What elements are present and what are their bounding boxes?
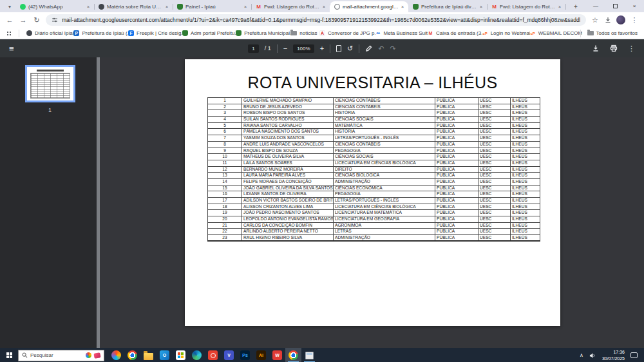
bookmark-label: Prefeitura Municipal...	[244, 30, 294, 36]
pdf-menu-icon[interactable]: ≡	[9, 44, 14, 53]
address-bar[interactable]: mail-attachment.googleusercontent.com/at…	[46, 14, 586, 26]
bookmark-item[interactable]: Diário oficial Ipiaú	[26, 30, 66, 36]
undo-icon[interactable]: ↶	[378, 44, 384, 53]
notifications-icon[interactable]	[630, 352, 638, 358]
zoom-in-button[interactable]: +	[320, 44, 324, 52]
clock[interactable]: 17:36 30/07/2025	[602, 349, 625, 361]
document-viewport[interactable]: ROTA UNIVERSITARIA – ILHÉUS 1GUILHERME M…	[100, 57, 644, 348]
taskbar-app-chrome[interactable]	[285, 348, 301, 362]
taskbar-app-copilot[interactable]	[108, 348, 124, 362]
downloads-icon[interactable]	[604, 16, 612, 24]
taskbar-app-edge[interactable]	[189, 348, 205, 362]
taskbar-app-chrome[interactable]	[124, 348, 140, 362]
table-cell: PÂMELA NASCIMENTO DOS SANTOS	[242, 129, 334, 135]
table-cell: ROBSON BISPO DOS SANTOS	[242, 110, 334, 117]
illustrator-icon: Ai	[256, 350, 266, 360]
back-button[interactable]: ←	[5, 16, 14, 24]
taskbar-app-photoshop[interactable]: Ps	[237, 348, 253, 362]
reload-button[interactable]: ↻	[32, 16, 41, 24]
table-row: 7YASMIM SOUZA DOS SANTOSLETRAS/PORTUGUÊS…	[208, 135, 540, 142]
browser-tab[interactable]: (42) WhatsApp×	[15, 1, 94, 12]
table-cell: PÚBLICA	[435, 178, 478, 185]
bookmark-item[interactable]: Prefeitura Municipal...	[236, 30, 283, 36]
tab-search-icon[interactable]: ▾	[4, 1, 15, 12]
page-number-input[interactable]: 1	[248, 44, 258, 53]
bookmark-item[interactable]: FFreepik | Crie desig...	[128, 30, 175, 36]
browser-tab[interactable]: Prefeitura de Ipiaú divulga list×	[408, 1, 487, 12]
search-rewards-icon[interactable]	[93, 352, 100, 359]
table-cell: ILHEÚS	[511, 135, 540, 142]
bookmark-star-icon[interactable]: ☆	[591, 16, 600, 24]
site-info-icon[interactable]	[52, 17, 58, 23]
apps-grid-icon[interactable]	[6, 31, 12, 36]
bookmark-label: Login no Webmail	[491, 30, 532, 36]
bookmark-item[interactable]: Adm portal Prefeitu...	[182, 30, 229, 36]
all-bookmarks-button[interactable]: Todos os favoritos	[587, 30, 638, 36]
redo-icon[interactable]: ↷	[390, 44, 396, 53]
table-cell: CIENCIAS CONTABEIS	[334, 104, 435, 110]
close-tab-icon[interactable]: ×	[401, 5, 404, 9]
zoom-level-input[interactable]: 100%	[293, 44, 314, 53]
close-tab-icon[interactable]: ×	[87, 5, 90, 9]
forward-button[interactable]: →	[19, 16, 28, 24]
pdf-more-icon[interactable]: ⋮	[628, 44, 635, 53]
table-row: 11LÁILA SANTOS SOARESLICECIATURA EM CIÊN…	[208, 160, 540, 166]
table-cell: 3	[208, 110, 242, 117]
taskbar-search-input[interactable]: Pesquisar	[18, 350, 104, 361]
browser-tab[interactable]: Matéria sobre Rota Universitár×	[94, 1, 173, 12]
bookmark-item[interactable]: cPLogin no Webmail	[482, 30, 523, 36]
taskbar-app-store[interactable]	[173, 348, 189, 362]
table-cell: 4	[208, 117, 242, 123]
taskbar-app-wps[interactable]: W	[269, 348, 285, 362]
profile-avatar[interactable]	[616, 15, 625, 24]
bookmark-item[interactable]: noticias	[290, 30, 312, 36]
close-tab-icon[interactable]: ×	[166, 5, 168, 9]
copilot-icon	[111, 350, 121, 360]
table-cell: ANDRÉ LUIS ANDRADE VASCONCELOS	[242, 141, 334, 148]
close-tab-icon[interactable]: ×	[480, 5, 482, 9]
close-window-button[interactable]: ×	[625, 0, 644, 12]
table-cell: ADILSON VICTOR BASTOS SOEIRO DE BRITO LI…	[242, 198, 334, 204]
download-icon[interactable]	[592, 44, 600, 52]
bookmark-label: noticias	[299, 30, 317, 36]
print-icon[interactable]	[610, 44, 618, 52]
maximize-button[interactable]	[605, 0, 625, 12]
taskbar-app-photos[interactable]	[205, 348, 221, 362]
start-button[interactable]	[0, 348, 18, 362]
bookmark-label: Conversor de JPG p...	[328, 30, 379, 36]
zoom-out-button[interactable]: −	[283, 44, 287, 52]
taskbar-app-vapp[interactable]: V	[221, 348, 237, 362]
browser-tab[interactable]: MFwd: Listagem do Rota Univers×	[251, 1, 330, 12]
taskbar-app-illustrator[interactable]: Ai	[253, 348, 269, 362]
close-tab-icon[interactable]: ×	[244, 5, 247, 9]
table-cell: 2	[208, 104, 242, 110]
close-tab-icon[interactable]: ×	[323, 5, 325, 9]
browser-tab[interactable]: mail-attachment.googleuserco×	[330, 1, 408, 12]
taskbar-app-viewer[interactable]	[301, 348, 317, 362]
bookmark-item[interactable]: AConversor de JPG p...	[319, 30, 368, 36]
tray-chevron-icon[interactable]: ∧	[580, 352, 583, 358]
fit-page-icon[interactable]	[336, 45, 341, 52]
taskbar-app-outlook[interactable]: O	[156, 348, 173, 362]
browser-tab[interactable]: Painel - Ipiaú×	[173, 1, 251, 12]
search-highlights-icon[interactable]	[86, 352, 91, 358]
bookmark-item[interactable]: PPrefeitura de Ipiaú (...	[73, 30, 121, 36]
minimize-button[interactable]: —	[586, 0, 605, 12]
annotate-pen-icon[interactable]	[365, 45, 372, 52]
close-tab-icon[interactable]: ×	[558, 5, 561, 9]
browser-tab[interactable]: MFwd: Listagem do Rota Univers×	[487, 1, 565, 12]
rotate-icon[interactable]: ↺	[347, 44, 353, 53]
new-tab-button[interactable]: +	[571, 1, 581, 12]
volume-icon[interactable]	[589, 352, 596, 359]
bookmark-label: Freepik | Crie desig...	[137, 30, 185, 36]
bookmark-item[interactable]: MCaixa de entrada (3...	[428, 30, 475, 36]
table-cell: PÚBLICA	[435, 210, 478, 216]
table-cell: UESC	[478, 154, 511, 160]
bookmark-item[interactable]: ∞Meta Business Suite	[375, 30, 421, 36]
browser-menu-icon[interactable]: ⋮	[630, 16, 639, 24]
vapp-icon: V	[224, 350, 234, 360]
crest-favicon-icon	[177, 4, 183, 10]
page-thumbnail[interactable]	[25, 65, 75, 102]
bookmark-item[interactable]: cPWEBMAIL DECOM	[530, 30, 573, 36]
taskbar-app-explorer[interactable]	[140, 348, 156, 362]
